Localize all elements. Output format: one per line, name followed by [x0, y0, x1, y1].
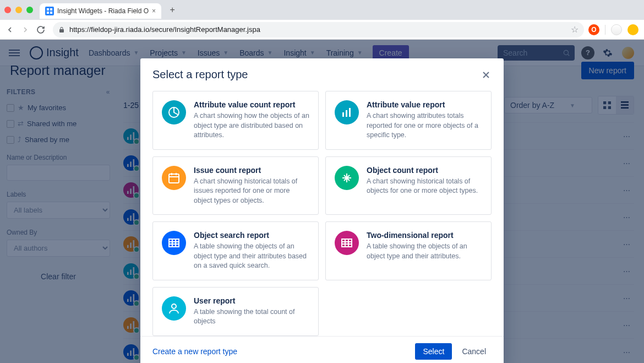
modal-close-icon[interactable] [481, 69, 492, 80]
cancel-button[interactable]: Cancel [456, 343, 492, 360]
card-description: A table showing the objects of an object… [194, 242, 309, 271]
svg-rect-50 [346, 110, 347, 117]
card-description: A chart showing attributes totals report… [367, 111, 482, 140]
card-title: User report [194, 296, 309, 305]
minimize-window-button[interactable] [15, 7, 22, 13]
profile-avatar-icon[interactable] [611, 24, 622, 35]
report-type-card[interactable]: Attribute value reportA chart showing at… [325, 91, 492, 150]
card-title: Issue count report [194, 166, 309, 175]
maximize-window-button[interactable] [26, 7, 33, 13]
card-title: Object count report [367, 166, 482, 175]
tab-title: Insight Widgets - Riada Field O [57, 7, 149, 15]
card-description: A chart showing historical totals of iss… [194, 177, 309, 206]
card-title: Two-dimensional report [367, 231, 482, 240]
select-button[interactable]: Select [415, 343, 452, 360]
report-type-card[interactable]: Attribute value count reportA chart show… [152, 91, 319, 150]
report-type-card[interactable]: User reportA table showing the total cou… [152, 287, 319, 336]
svg-point-70 [172, 304, 176, 308]
separator [605, 25, 605, 35]
svg-rect-1 [50, 8, 52, 10]
svg-rect-60 [169, 239, 179, 247]
forward-button[interactable] [18, 22, 33, 37]
close-window-button[interactable] [4, 7, 11, 13]
reload-button[interactable] [33, 22, 48, 37]
card-description: A table showing the objects of an object… [367, 242, 482, 261]
calendar-icon [162, 166, 186, 190]
report-type-card[interactable]: Object count reportA chart showing histo… [325, 156, 492, 215]
user-icon [162, 296, 186, 321]
tab-favicon-icon [45, 7, 54, 15]
bar-icon [335, 100, 359, 124]
lock-icon [58, 26, 65, 33]
card-title: Attribute value report [367, 100, 482, 109]
browser-tab[interactable]: Insight Widgets - Riada Field O × [40, 3, 161, 19]
star-icon[interactable]: ☆ [571, 24, 578, 35]
card-description: A chart showing how the objects of an ob… [194, 111, 309, 140]
compass-icon [335, 166, 359, 190]
modal-overlay[interactable]: Select a report type Attribute value cou… [0, 40, 644, 363]
card-description: A chart showing historical totals of obj… [367, 177, 482, 196]
report-type-modal: Select a report type Attribute value cou… [140, 58, 504, 363]
tab-close-icon[interactable]: × [152, 7, 156, 15]
new-tab-button[interactable]: + [167, 5, 178, 15]
svg-rect-52 [169, 174, 179, 183]
svg-rect-0 [47, 8, 49, 10]
table-icon [162, 231, 186, 255]
pie-icon [162, 100, 186, 124]
card-title: Attribute value count report [194, 100, 309, 109]
extension-icon[interactable]: O [588, 24, 599, 35]
create-report-type-link[interactable]: Create a new report type [152, 347, 237, 356]
svg-rect-2 [47, 12, 49, 14]
address-input[interactable] [69, 25, 566, 34]
svg-rect-65 [342, 239, 352, 247]
report-type-card[interactable]: Issue count reportA chart showing histor… [152, 156, 319, 215]
browser-tab-bar: Insight Widgets - Riada Field O × + [0, 0, 644, 20]
back-button[interactable] [2, 22, 18, 37]
table-icon [335, 231, 359, 255]
extension-icon[interactable] [627, 24, 638, 35]
modal-title: Select a report type [152, 68, 248, 81]
card-description: A table showing the total count of objec… [194, 307, 309, 327]
browser-address-bar: ☆ O [0, 20, 644, 40]
window-controls [4, 7, 33, 13]
svg-rect-49 [342, 112, 344, 117]
svg-rect-51 [349, 108, 351, 117]
report-type-card[interactable]: Object search reportA table showing the … [152, 221, 319, 280]
report-type-card[interactable]: Two-dimensional reportA table showing th… [325, 221, 492, 280]
card-title: Object search report [194, 231, 309, 240]
svg-rect-3 [50, 12, 52, 14]
